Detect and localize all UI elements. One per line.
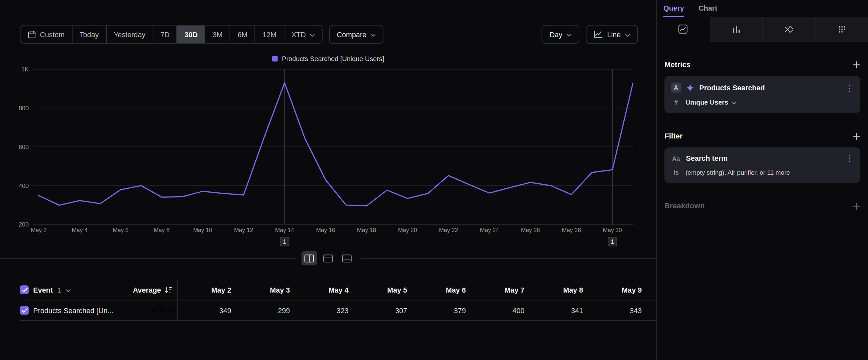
event-header-label: Event [33,286,53,294]
row-value: 349 [177,306,236,314]
chevron-down-icon [625,30,630,38]
filter-value: (empty string), Air purifier, or 11 more [685,169,790,176]
row-value: 307 [353,306,412,314]
row-value: 379 [411,306,470,314]
chevron-down-icon [732,99,736,106]
svg-text:200: 200 [19,221,29,228]
add-metric-button[interactable] [852,61,860,68]
chart-type-button[interactable]: Line [586,25,638,44]
viz-tab-metrics[interactable] [815,17,868,41]
metric-card[interactable]: A Products Searched ⋮ # Unique Users [664,76,860,113]
date-header: May 8 [529,286,588,294]
filter-card[interactable]: Aa Search term ⋮ Is (empty string), Air … [664,147,860,183]
chevron-down-icon [66,285,71,295]
compare-button[interactable]: Compare [329,25,383,44]
date-range-label: Custom [40,30,65,38]
date-range-3m[interactable]: 3M [205,26,230,43]
layout-toggle-group [295,250,361,266]
date-header: May 3 [236,286,294,294]
svg-text:1: 1 [611,239,614,245]
date-header: May 9 [588,286,646,294]
svg-text:400: 400 [19,182,29,189]
svg-text:May 22: May 22 [439,227,458,233]
row-value: 341 [529,306,588,314]
stacked-chart-icon [784,25,794,33]
legend-label: Products Searched [Unique Users] [282,55,384,62]
viz-tab-bar[interactable] [710,17,762,41]
filter-title: Filter [664,132,683,140]
metrics-title: Metrics [664,60,691,69]
viz-tab-stacked[interactable] [762,17,815,41]
svg-text:May 24: May 24 [480,227,499,233]
date-range-30d[interactable]: 30D [177,26,205,43]
svg-text:May 12: May 12 [234,227,253,233]
date-range-6m[interactable]: 6M [230,26,255,43]
date-range-yesterday[interactable]: Yesterday [106,26,153,43]
line-chart[interactable]: 1K800600400200May 2May 4May 6May 8May 10… [0,65,656,250]
svg-text:May 14: May 14 [275,227,294,233]
svg-text:May 8: May 8 [154,227,170,233]
sidebar-tabs: Query Chart [657,0,868,17]
layout-table-button[interactable] [339,251,355,265]
layout-chart-button[interactable] [320,251,336,265]
kebab-menu-icon[interactable]: ⋮ [845,154,854,162]
svg-text:800: 800 [19,105,29,112]
layout-split-button[interactable] [301,251,317,265]
measure-dropdown[interactable]: Unique Users [685,99,736,106]
svg-text:1K: 1K [21,66,29,73]
filter-operator: Is [671,168,681,176]
date-range-xtd[interactable]: XTD [284,26,322,43]
event-sparkle-icon [686,83,694,92]
event-count: 1 [57,286,61,294]
event-header[interactable]: Event 1 [20,285,133,295]
date-range-7d[interactable]: 7D [153,26,177,43]
viz-tab-line[interactable] [657,17,710,41]
number-symbol-icon: # [671,99,681,106]
legend-swatch [272,56,278,62]
row-checkbox[interactable] [20,306,29,315]
filter-property-name: Search term [686,154,840,162]
sort-icon[interactable] [164,286,173,294]
filter-condition-row[interactable]: Is (empty string), Air purifier, or 11 m… [671,168,854,176]
row-value: 343 [588,306,646,314]
svg-text:May 10: May 10 [193,227,212,233]
breakdown-title: Breakdown [664,201,705,210]
svg-text:May 16: May 16 [316,227,335,233]
line-chart-icon [678,24,688,33]
text-type-icon: Aa [671,155,681,161]
row-event-name: Products Searched [Un... [33,306,114,314]
svg-text:May 6: May 6 [113,227,129,233]
date-range-control: Custom Today Yesterday 7D 30D 3M 6M 12M … [20,25,322,44]
add-filter-button[interactable] [852,132,860,140]
results-table: Event 1 Average May 2 May 3 May 4 May 5 … [0,280,656,321]
row-value: 400 [470,306,529,314]
metric-measure-row: # Unique Users [671,99,854,106]
bar-chart-icon [732,25,741,33]
date-range-12m[interactable]: 12M [255,26,283,43]
average-header[interactable]: Average [133,286,177,294]
insights-app: Custom Today Yesterday 7D 30D 3M 6M 12M … [0,0,868,360]
date-header: May 7 [470,286,529,294]
row-value: 323 [294,306,353,314]
date-range-custom[interactable]: Custom [21,26,72,43]
add-breakdown-button[interactable] [852,202,860,210]
tab-query[interactable]: Query [663,0,684,17]
date-header: May 4 [294,286,353,294]
table-row[interactable]: Products Searched [Un... 426.9 349 299 3… [20,300,656,321]
row-event-cell[interactable]: Products Searched [Un... [20,306,133,315]
tab-chart[interactable]: Chart [699,0,717,17]
svg-text:1: 1 [283,239,286,245]
legend-item[interactable]: Products Searched [Unique Users] [272,55,384,62]
select-all-checkbox[interactable] [20,285,29,294]
svg-text:May 30: May 30 [603,227,622,233]
sidebar-content: Metrics A Products Searched ⋮ # [657,60,868,210]
metric-card-header: A Products Searched ⋮ [671,83,854,93]
svg-text:May 20: May 20 [398,227,417,233]
svg-text:May 18: May 18 [357,227,376,233]
date-range-today[interactable]: Today [72,26,106,43]
report-main: Custom Today Yesterday 7D 30D 3M 6M 12M … [0,0,657,360]
kebab-menu-icon[interactable]: ⋮ [845,83,854,92]
date-header: May 6 [411,286,470,294]
granularity-button[interactable]: Day [542,25,580,44]
svg-text:600: 600 [19,143,29,150]
